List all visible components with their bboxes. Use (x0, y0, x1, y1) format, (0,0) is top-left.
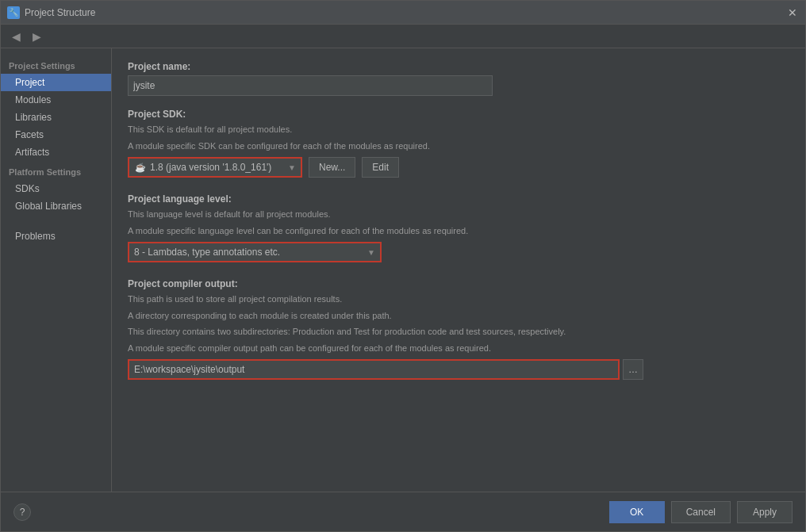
compiler-output-section: Project compiler output: This path is us… (128, 278, 789, 380)
project-name-section: Project name: (128, 61, 789, 96)
main-content: Project Settings Project Modules Librari… (1, 48, 805, 492)
project-name-label: Project name: (128, 61, 789, 72)
language-dropdown[interactable]: 8 - Lambdas, type annotations etc. ▼ (128, 242, 382, 262)
compiler-desc1: This path is used to store all project c… (128, 293, 789, 306)
language-value: 8 - Lambdas, type annotations etc. (134, 247, 280, 258)
apply-button[interactable]: Apply (737, 501, 793, 523)
project-structure-dialog: 🔧 Project Structure ✕ ◀ ▶ Project Settin… (0, 0, 806, 532)
project-settings-label: Project Settings (1, 55, 111, 74)
cancel-button[interactable]: Cancel (671, 501, 731, 523)
sidebar-item-modules[interactable]: Modules (1, 91, 111, 109)
compiler-output-input[interactable] (128, 359, 620, 380)
sdk-dropdown[interactable]: ☕ 1.8 (java version '1.8.0_161') ▼ (128, 157, 302, 178)
sidebar-item-project[interactable]: Project (1, 74, 111, 91)
sidebar-item-sdks[interactable]: SDKs (1, 180, 111, 197)
title-bar: 🔧 Project Structure ✕ (1, 1, 805, 25)
sdk-icon: ☕ (134, 161, 147, 174)
sidebar-item-global-libraries[interactable]: Global Libraries (1, 197, 111, 215)
output-row: … (128, 359, 789, 380)
sidebar-item-libraries[interactable]: Libraries (1, 109, 111, 126)
help-button[interactable]: ? (13, 503, 31, 521)
sidebar: Project Settings Project Modules Librari… (1, 48, 112, 492)
compiler-desc4: A module specific compiler output path c… (128, 342, 789, 355)
language-desc2: A module specific language level can be … (128, 224, 789, 238)
sidebar-item-artifacts[interactable]: Artifacts (1, 144, 111, 161)
dialog-icon: 🔧 (7, 6, 20, 19)
ok-button[interactable]: OK (609, 501, 665, 523)
sdk-row: ☕ 1.8 (java version '1.8.0_161') ▼ New..… (128, 157, 789, 178)
project-language-label: Project language level: (128, 193, 789, 205)
platform-settings-label: Platform Settings (1, 161, 111, 180)
close-button[interactable]: ✕ (786, 6, 799, 19)
sdk-dropdown-arrow: ▼ (288, 163, 296, 172)
footer: ? OK Cancel Apply (1, 492, 805, 531)
footer-left: ? (13, 503, 603, 521)
sdk-edit-button[interactable]: Edit (362, 157, 399, 178)
sidebar-item-facets[interactable]: Facets (1, 126, 111, 144)
compiler-desc2: A directory corresponding to each module… (128, 309, 789, 323)
compiler-output-label: Project compiler output: (128, 278, 789, 289)
language-dropdown-arrow: ▼ (367, 248, 375, 257)
sdk-value: 1.8 (java version '1.8.0_161') (150, 162, 271, 173)
sdk-desc2: A module specific SDK can be configured … (128, 140, 789, 153)
dialog-title: Project Structure (25, 7, 786, 18)
project-sdk-label: Project SDK: (128, 109, 789, 120)
project-sdk-section: Project SDK: This SDK is default for all… (128, 109, 789, 178)
sdk-desc1: This SDK is default for all project modu… (128, 123, 789, 136)
back-button[interactable]: ◀ (7, 28, 25, 45)
language-desc1: This language level is default for all p… (128, 208, 789, 221)
compiler-desc3: This directory contains two subdirectori… (128, 325, 789, 339)
project-language-section: Project language level: This language le… (128, 193, 789, 262)
forward-button[interactable]: ▶ (28, 28, 45, 45)
sidebar-item-problems[interactable]: Problems (1, 228, 111, 245)
content-area: Project name: Project SDK: This SDK is d… (112, 48, 805, 492)
sdk-new-button[interactable]: New... (309, 157, 355, 178)
toolbar: ◀ ▶ (1, 25, 805, 48)
project-name-input[interactable] (128, 75, 493, 96)
browse-button[interactable]: … (623, 359, 643, 380)
